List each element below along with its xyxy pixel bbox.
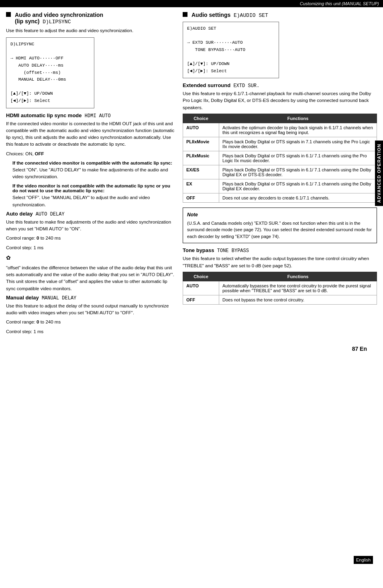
table-row: EX/ESPlays back Dolby Digital or DTS sig… xyxy=(183,165,377,179)
manual-delay-range: Control range: 0 to 240 ms xyxy=(6,319,175,326)
choice-cell: PLIIxMusic xyxy=(183,151,219,165)
table-header-choice: Choice xyxy=(183,114,219,123)
section2-title: Audio settings E)AUDIO SET xyxy=(183,11,377,18)
menu-line-4: (offset····ms) xyxy=(10,69,90,77)
page: Customizing this unit (MANUAL SETUP) ADV… xyxy=(0,0,383,588)
menu-line-2: → HDMI AUTO······OFF xyxy=(10,55,90,62)
audio-menu-line-6: [◄]/[►]: Select xyxy=(187,68,275,75)
audio-menu-line-4 xyxy=(187,53,275,61)
page-number: 87 En xyxy=(0,342,383,354)
section1-title-text: Audio and video synchronization (lip syn… xyxy=(15,12,103,25)
table-header-functions: Functions xyxy=(219,114,377,123)
ext-surround-table: Choice Functions AUTOActivates the optim… xyxy=(183,114,377,203)
note-box: Note (U.S.A. and Canada models only) "EX… xyxy=(183,208,377,244)
tone-bypass-text: Use this feature to select whether the a… xyxy=(183,255,377,269)
table-row: AUTOAutomatically bypasses the tone cont… xyxy=(183,281,377,295)
manual-delay-step: Control step: 1 ms xyxy=(6,328,175,335)
manual-delay-subtitle: Manual delay MANUAL DELAY xyxy=(6,295,175,301)
table-row: PLIIxMusicPlays back Dolby Digital or DT… xyxy=(183,151,377,165)
tone-bypass-subtitle: Tone bypass TONE BYPASS xyxy=(183,247,377,254)
right-column: Audio settings E)AUDIO SET E)AUDIO SET →… xyxy=(183,11,377,338)
tone-table-header-choice: Choice xyxy=(183,272,219,281)
function-cell: Plays back Dolby Digital or DTS signals … xyxy=(219,137,377,151)
function-cell: Activates the optimum decoder to play ba… xyxy=(219,123,377,137)
menu-line-7: [▲]/[▼]: UP/DOWN xyxy=(10,90,90,98)
menu-line-5: MANUAL DELAY···0ms xyxy=(10,76,90,83)
table-row: EXPlays back Dolby Digital or DTS signal… xyxy=(183,179,377,193)
header-title: Customizing this unit (MANUAL SETUP) xyxy=(300,1,379,6)
auto-delay-note-symbol: ✿ xyxy=(6,254,175,262)
audio-set-menu-box: E)AUDIO SET → EXTD SUR·······AUTO TONE B… xyxy=(183,22,279,78)
menu-line-1 xyxy=(10,48,90,55)
audio-menu-line-1 xyxy=(187,33,275,40)
function-cell: Automatically bypasses the tone control … xyxy=(219,281,377,295)
choice-cell: AUTO xyxy=(183,123,219,137)
auto-delay-range: Control range: 0 to 240 ms xyxy=(6,235,175,242)
table-row: OFFDoes not bypass the tone control circ… xyxy=(183,295,377,304)
note-text: (U.S.A. and Canada models only) "EXTD SU… xyxy=(187,220,373,240)
choice-cell: OFF xyxy=(183,295,219,304)
hdmi-auto-choices: Choices: ON, OFF xyxy=(6,151,175,157)
section2-title-text: Audio settings E)AUDIO SET xyxy=(192,12,268,18)
auto-delay-step: Control step: 1 ms xyxy=(6,244,175,251)
section1-intro: Use this feature to adjust the audio and… xyxy=(6,27,175,34)
ext-surround-subtitle: Extended surround EXTD SUR. xyxy=(183,82,377,89)
compatible-text: Select "ON". Use "AUTO DELAY" to make fi… xyxy=(6,167,175,181)
bullet2-icon xyxy=(183,12,187,17)
choice-cell: OFF xyxy=(183,193,219,202)
section1-title: Audio and video synchronization (lip syn… xyxy=(6,11,175,25)
choice-cell: PLIIxMovie xyxy=(183,137,219,151)
tone-table-header-functions: Functions xyxy=(219,272,377,281)
function-cell: Plays back Dolby Digital or DTS signals … xyxy=(219,165,377,179)
audio-menu-line-5: [▲]/[▼]: UP/DOWN xyxy=(187,61,275,68)
audio-menu-line-2: → EXTD SUR·······AUTO xyxy=(187,39,275,47)
table-row: OFFDoes not use any decoders to create 6… xyxy=(183,193,377,202)
auto-delay-text: Use this feature to make fine adjustment… xyxy=(6,219,175,233)
manual-delay-text: Use this feature to adjust the delay of … xyxy=(6,303,175,317)
auto-delay-subtitle: Auto delay AUTO DELAY xyxy=(6,211,175,217)
choice-cell: EX xyxy=(183,179,219,193)
hdmi-auto-text: If the connected video monitor is connec… xyxy=(6,120,175,148)
not-compatible-text: Select "OFF". Use "MANUAL DELAY" to adju… xyxy=(6,194,175,208)
menu-line-3: AUTO DELAY·····ms xyxy=(10,62,90,69)
audio-menu-line-3: TONE BYPASS····AUTO xyxy=(187,47,275,54)
hdmi-auto-subtitle: HDMI automatic lip sync mode HDMI AUTO xyxy=(6,112,175,119)
function-cell: Plays back Dolby Digital or DTS signals … xyxy=(219,179,377,193)
tone-bypass-table: Choice Functions AUTOAutomatically bypas… xyxy=(183,272,377,305)
ext-surround-text: Use this feature to enjoy 6.1/7.1-channe… xyxy=(183,90,377,111)
auto-delay-note-text: "offset" indicates the difference betwee… xyxy=(6,264,175,292)
audio-menu-line-0: E)AUDIO SET xyxy=(187,25,275,33)
choice-cell: AUTO xyxy=(183,281,219,295)
menu-line-8: [◄]/[►]: Select xyxy=(10,98,90,105)
function-cell: Does not bypass the tone control circuit… xyxy=(219,295,377,304)
advanced-operation-tab: ADVANCED OPERATION xyxy=(375,140,383,206)
bullet-icon xyxy=(6,12,11,17)
table-row: AUTOActivates the optimum decoder to pla… xyxy=(183,123,377,137)
lipsync-menu-box: D)LIPSYNC → HDMI AUTO······OFF AUTO DELA… xyxy=(6,37,94,108)
choice-cell: EX/ES xyxy=(183,165,219,179)
note-title: Note xyxy=(187,211,373,218)
menu-line-0: D)LIPSYNC xyxy=(10,41,90,48)
menu-line-6 xyxy=(10,83,90,91)
not-compatible-heading: If the video monitor is not compatible w… xyxy=(6,183,175,193)
english-label: English xyxy=(354,556,373,564)
main-content: Audio and video synchronization (lip syn… xyxy=(0,7,383,342)
left-column: Audio and video synchronization (lip syn… xyxy=(6,11,175,338)
compatible-heading: If the connected video monitor is compat… xyxy=(6,161,175,165)
header-bar: Customizing this unit (MANUAL SETUP) xyxy=(0,0,383,7)
function-cell: Plays back Dolby Digital or DTS signals … xyxy=(219,151,377,165)
table-row: PLIIxMoviePlays back Dolby Digital or DT… xyxy=(183,137,377,151)
function-cell: Does not use any decoders to create 6.1/… xyxy=(219,193,377,202)
